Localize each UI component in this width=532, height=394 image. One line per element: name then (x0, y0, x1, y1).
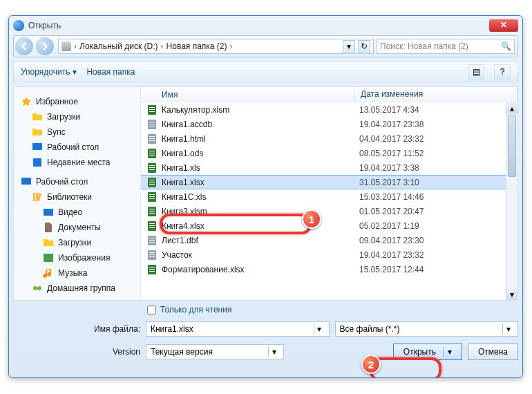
sidebar-item-pictures[interactable]: Изображения (14, 250, 140, 265)
sidebar-desktop-group[interactable]: Рабочий стол (14, 174, 140, 189)
file-name: Книга1.ods (162, 149, 359, 158)
svg-rect-40 (149, 223, 155, 224)
address-bar[interactable]: › Локальный диск (D:) › Новая папка (2) … (58, 39, 374, 54)
svg-rect-12 (149, 122, 155, 122)
chevron-down-icon[interactable]: ▾ (443, 347, 452, 357)
view-button[interactable]: ▤ (468, 64, 484, 79)
file-date: 01.05.2017 20:47 (359, 207, 424, 216)
file-name: Книга1.accdb (162, 120, 359, 129)
svg-rect-53 (149, 269, 155, 270)
file-row[interactable]: Форматирование.xlsx15.05.2017 12:44 (141, 262, 517, 276)
back-button[interactable] (15, 37, 33, 55)
sidebar-item-recent[interactable]: Недавние места (14, 155, 140, 170)
filename-input[interactable]: Книга1.xlsx ▾ (146, 321, 330, 337)
file-row[interactable]: Книга1.ods08.05.2017 11:52 (141, 146, 517, 160)
sidebar-item-video[interactable]: Видео (14, 205, 140, 220)
file-row[interactable]: Книга1.xlsx31.05.2017 3:10 (141, 175, 517, 189)
sidebar-item-homegroup[interactable]: Домашняя группа (14, 281, 140, 296)
svg-point-6 (37, 286, 41, 290)
refresh-button[interactable]: ↻ (358, 40, 370, 53)
svg-rect-34 (149, 198, 155, 199)
file-name: Книга1.xlsx (162, 178, 359, 187)
svg-rect-48 (149, 252, 155, 253)
file-name: Книга3.xlsm (162, 207, 359, 216)
help-button[interactable]: ? (494, 64, 511, 79)
file-row[interactable]: Участок19.04.2017 23:32 (141, 247, 517, 262)
filename-label: Имя файла: (13, 324, 140, 334)
sidebar-item-desktop[interactable]: Рабочий стол (14, 140, 140, 155)
version-combo[interactable]: Текущая версия ▾ (146, 344, 284, 359)
filetype-combo[interactable]: Все файлы (*.*) ▾ (335, 321, 519, 337)
file-name: Лист1.dbf (162, 236, 359, 245)
svg-rect-8 (149, 107, 155, 108)
organize-button[interactable]: Упорядочить ▾ (21, 67, 77, 77)
breadcrumb[interactable]: Новая папка (2) (167, 41, 227, 51)
svg-rect-3 (44, 209, 53, 216)
svg-rect-2 (21, 178, 31, 185)
file-name: Калькулятор.xlsm (162, 105, 359, 115)
column-name[interactable]: Имя (141, 87, 355, 102)
file-icon (146, 119, 158, 130)
new-folder-button[interactable]: Новая папка (86, 67, 135, 77)
svg-rect-54 (149, 271, 155, 272)
scroll-down-button[interactable]: ▾ (506, 288, 517, 300)
readonly-checkbox[interactable] (147, 306, 156, 315)
address-dropdown[interactable]: ▾ (343, 40, 355, 53)
scroll-thumb[interactable] (508, 115, 516, 177)
svg-rect-14 (149, 126, 155, 126)
open-button[interactable]: Открыть▾ (393, 344, 462, 360)
svg-rect-0 (32, 143, 42, 150)
chevron-right-icon: › (230, 41, 233, 51)
svg-rect-24 (149, 165, 155, 166)
svg-rect-49 (149, 254, 155, 255)
file-icon (146, 104, 158, 115)
svg-rect-36 (149, 209, 155, 209)
sidebar-item-downloads[interactable]: Загрузки (14, 109, 140, 124)
forward-button[interactable] (36, 37, 54, 55)
cancel-button[interactable]: Отмена (468, 344, 518, 360)
file-row[interactable]: Книга3.xlsm01.05.2017 20:47 (141, 204, 517, 218)
svg-rect-32 (149, 194, 155, 195)
file-icon (146, 250, 158, 261)
svg-rect-16 (149, 136, 155, 137)
svg-rect-41 (149, 225, 155, 226)
disk-icon (61, 41, 71, 51)
file-row[interactable]: Калькулятор.xlsm13.05.2017 4:34 (141, 102, 517, 117)
version-label: Version (13, 347, 140, 357)
sidebar-item-music[interactable]: Музыка (14, 265, 140, 281)
search-input[interactable]: Поиск: Новая папка (2) 🔍 (377, 39, 515, 54)
file-name: Книга4.xlsx (162, 221, 359, 231)
column-date[interactable]: Дата изменения (355, 87, 517, 102)
close-button[interactable]: ✕ (489, 19, 518, 32)
sidebar-item-libraries[interactable]: Библиотеки (14, 189, 140, 205)
file-icon (146, 191, 158, 203)
file-row[interactable]: Книга1.html04.04.2017 23:32 (141, 131, 517, 146)
svg-rect-4 (44, 254, 53, 262)
chevron-down-icon[interactable]: ▾ (268, 346, 279, 357)
file-row[interactable]: Книга1.accdb19.04.2017 23:38 (141, 117, 517, 131)
svg-rect-22 (149, 155, 155, 156)
scrollbar[interactable]: ▴ ▾ (506, 102, 517, 300)
sidebar-item-downloads2[interactable]: Загрузки (14, 235, 140, 250)
search-placeholder: Поиск: Новая папка (2) (380, 41, 468, 51)
chevron-down-icon[interactable]: ▾ (502, 323, 513, 335)
sidebar-item-documents[interactable]: Документы (14, 220, 140, 235)
svg-rect-38 (149, 213, 155, 214)
scroll-up-button[interactable]: ▴ (506, 102, 517, 114)
filename-dropdown[interactable]: ▾ (314, 323, 325, 335)
file-icon (146, 264, 158, 275)
file-row[interactable]: Лист1.dbf09.04.2017 23:30 (141, 233, 517, 247)
svg-rect-42 (149, 227, 155, 228)
sidebar-favorites[interactable]: Избранное (14, 94, 140, 109)
chevron-right-icon: › (74, 41, 77, 51)
svg-rect-50 (149, 256, 155, 257)
file-row[interactable]: Книга1.xls19.04.2017 3:38 (141, 160, 517, 175)
app-icon (13, 20, 24, 31)
file-row[interactable]: Книга1C.xls15.03.2017 14:46 (141, 189, 517, 204)
svg-rect-45 (149, 240, 155, 241)
breadcrumb[interactable]: Локальный диск (D:) (79, 41, 158, 51)
chevron-down-icon: ▾ (73, 67, 77, 77)
sidebar-item-sync[interactable]: Sync (14, 124, 140, 140)
file-name: Участок (162, 250, 359, 260)
file-row[interactable]: Книга4.xlsx05.02.2017 1:19 (141, 218, 517, 233)
